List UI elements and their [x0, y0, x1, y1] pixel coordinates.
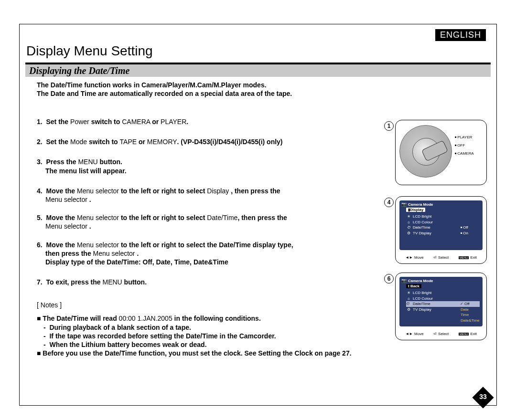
- move-icon: ◄►: [405, 255, 413, 260]
- step-6: 6. Move the Menu selector to the left or…: [37, 241, 372, 267]
- language-badge: ENGLISH: [435, 29, 486, 41]
- lcd-title: Camera Mode: [408, 202, 433, 207]
- brightness-icon: ☼: [407, 296, 412, 302]
- lcd-title: Camera Mode: [408, 279, 433, 283]
- manual-page: ENGLISH Display Menu Setting Displaying …: [19, 24, 497, 406]
- section-title: Displaying the Date/Time: [29, 65, 129, 76]
- menu-badge-icon: MENU: [459, 256, 469, 259]
- figure-number-1: 1: [384, 121, 394, 131]
- gear-icon: ⚙: [407, 307, 412, 313]
- sun-icon: ☀: [407, 290, 412, 296]
- step-5: 5. Move the Menu selector to the left or…: [37, 213, 372, 231]
- intro-text: The Date/Time function works in Camera/P…: [37, 81, 372, 98]
- step-3: 3. Press the MENU button. The menu list …: [37, 158, 372, 175]
- figure-number-6: 6: [384, 274, 394, 284]
- lcd-tab-display: ▮Display: [406, 208, 425, 212]
- power-switch-labels: PLAYER OFF CAMERA: [455, 134, 474, 158]
- step-1: 1. Set the Power switch to CAMERA or PLA…: [37, 117, 372, 126]
- camera-icon: 📷: [401, 278, 407, 283]
- page-title: Display Menu Setting: [26, 43, 153, 59]
- gear-icon: ⚙: [407, 231, 412, 236]
- figure-number-4: 4: [384, 198, 394, 207]
- select-icon: ⏎: [433, 332, 437, 336]
- figure-menu-datetime: 6 📷 Camera Mode t Back ☀LCD Bright ☼LCD …: [395, 273, 487, 340]
- power-label-off: OFF: [455, 142, 474, 150]
- clock-icon: ⏱: [407, 225, 412, 231]
- camera-icon: 📷: [401, 202, 407, 207]
- steps-list: 1. Set the Power switch to CAMERA or PLA…: [37, 117, 372, 357]
- power-label-camera: CAMERA: [455, 150, 474, 158]
- figure-power-switch: 1 PLAYER OFF CAMERA: [395, 120, 487, 185]
- step-2: 2. Set the Mode switch to TAPE or MEMORY…: [37, 137, 372, 146]
- clock-icon: ⏱: [406, 301, 411, 307]
- lcd-values: Off Date Time Date&Time: [461, 290, 480, 324]
- figure-menu-display: 4 📷 Camera Mode ▮Display ☀LCD Bright ☼LC…: [395, 196, 487, 264]
- lcd-screen-6: 📷 Camera Mode t Back ☀LCD Bright ☼LCD Co…: [399, 277, 483, 326]
- intro-line-1: The Date/Time function works in Camera/P…: [37, 81, 372, 89]
- lcd-footer-4: ◄►Move ⏎Select MENUExit: [400, 255, 482, 260]
- step-7: 7. To exit, press the MENU button.: [37, 278, 372, 286]
- select-icon: ⏎: [433, 255, 437, 260]
- lcd-screen-4: 📷 Camera Mode ▮Display ☀LCD Bright ☼LCD …: [399, 200, 483, 250]
- notes-label: [ Notes ]: [37, 301, 372, 309]
- power-label-player: PLAYER: [455, 134, 474, 142]
- lcd-values: Off On: [461, 214, 480, 236]
- notes-block: ■ The Date/Time will read 00:00 1.JAN.20…: [37, 314, 372, 357]
- brightness-icon: ☼: [407, 220, 412, 225]
- move-icon: ◄►: [405, 332, 413, 336]
- intro-line-2: The Date and Time are automatically reco…: [37, 89, 372, 98]
- sun-icon: ☀: [407, 214, 412, 220]
- lcd-tab-back: t Back: [406, 284, 421, 288]
- step-4: 4. Move the Menu selector to the left or…: [37, 187, 372, 204]
- power-dial-icon: [399, 125, 452, 178]
- menu-badge-icon: MENU: [459, 333, 469, 336]
- lcd-footer-6: ◄►Move ⏎Select MENUExit: [400, 332, 482, 336]
